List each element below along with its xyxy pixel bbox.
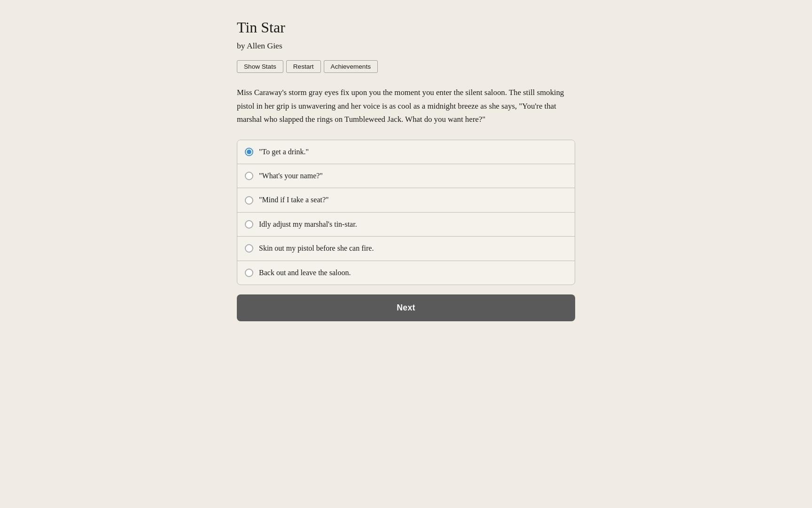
radio-btn-4 (245, 220, 253, 229)
achievements-button[interactable]: Achievements (324, 60, 378, 73)
choice-item-1[interactable]: "To get a drink." (237, 140, 575, 164)
show-stats-button[interactable]: Show Stats (237, 60, 283, 73)
radio-btn-5 (245, 244, 253, 253)
story-text: Miss Caraway's storm gray eyes fix upon … (237, 86, 575, 127)
choice-label-4: Idly adjust my marshal's tin-star. (259, 219, 357, 230)
choice-item-2[interactable]: "What's your name?" (237, 164, 575, 188)
choices-container: "To get a drink.""What's your name?""Min… (237, 140, 575, 285)
choice-item-6[interactable]: Back out and leave the saloon. (237, 261, 575, 285)
choice-item-3[interactable]: "Mind if I take a seat?" (237, 188, 575, 212)
radio-btn-6 (245, 269, 253, 277)
next-button[interactable]: Next (237, 294, 575, 321)
page-wrapper: Tin Star by Allen Gies Show Stats Restar… (227, 0, 585, 340)
radio-btn-2 (245, 172, 253, 180)
choice-item-5[interactable]: Skin out my pistol before she can fire. (237, 237, 575, 261)
choice-label-5: Skin out my pistol before she can fire. (259, 243, 374, 254)
radio-btn-3 (245, 196, 253, 205)
toolbar: Show Stats Restart Achievements (237, 60, 575, 73)
game-title: Tin Star (237, 19, 575, 36)
choice-label-3: "Mind if I take a seat?" (259, 195, 329, 205)
choice-label-2: "What's your name?" (259, 171, 323, 181)
restart-button[interactable]: Restart (286, 60, 321, 73)
radio-btn-1 (245, 148, 253, 156)
choice-label-6: Back out and leave the saloon. (259, 268, 351, 278)
choice-item-4[interactable]: Idly adjust my marshal's tin-star. (237, 213, 575, 237)
choice-label-1: "To get a drink." (259, 147, 309, 157)
game-author: by Allen Gies (237, 41, 575, 51)
